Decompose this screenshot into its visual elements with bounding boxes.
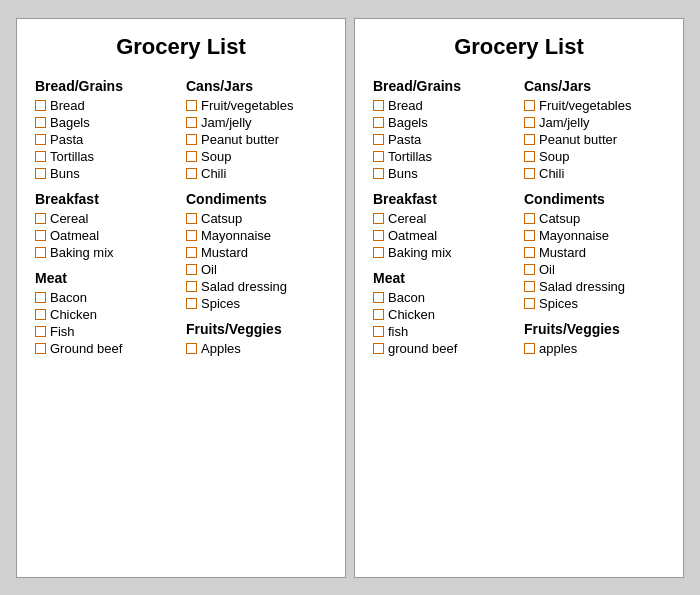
checkbox-icon[interactable] [186,213,197,224]
checkbox-icon[interactable] [524,134,535,145]
list-item[interactable]: Salad dressing [524,279,665,294]
list-item[interactable]: Tortillas [373,149,514,164]
checkbox-icon[interactable] [35,134,46,145]
checkbox-icon[interactable] [524,230,535,241]
list-item[interactable]: Oil [524,262,665,277]
list-item[interactable]: Chili [524,166,665,181]
checkbox-icon[interactable] [524,213,535,224]
list-item[interactable]: Catsup [524,211,665,226]
list-item[interactable]: Chili [186,166,327,181]
list-item[interactable]: Tortillas [35,149,176,164]
list-item[interactable]: Chicken [35,307,176,322]
list-item[interactable]: Apples [186,341,327,356]
list-item[interactable]: Pasta [373,132,514,147]
checkbox-icon[interactable] [373,213,384,224]
checkbox-icon[interactable] [186,298,197,309]
list-item[interactable]: Fruit/vegetables [186,98,327,113]
checkbox-icon[interactable] [524,151,535,162]
list-item[interactable]: Soup [524,149,665,164]
checkbox-icon[interactable] [35,213,46,224]
list-item[interactable]: Jam/jelly [186,115,327,130]
list-item[interactable]: Spices [186,296,327,311]
list-item[interactable]: Cereal [35,211,176,226]
checkbox-icon[interactable] [186,247,197,258]
checkbox-icon[interactable] [373,292,384,303]
list-item[interactable]: ground beef [373,341,514,356]
list-item[interactable]: apples [524,341,665,356]
checkbox-icon[interactable] [35,117,46,128]
list-item[interactable]: Catsup [186,211,327,226]
checkbox-icon[interactable] [373,134,384,145]
checkbox-icon[interactable] [524,117,535,128]
list-item[interactable]: Bread [35,98,176,113]
checkbox-icon[interactable] [524,100,535,111]
checkbox-icon[interactable] [35,292,46,303]
checkbox-icon[interactable] [186,100,197,111]
list-item[interactable]: Mayonnaise [186,228,327,243]
item-label: Bacon [388,290,425,305]
checkbox-icon[interactable] [186,151,197,162]
checkbox-icon[interactable] [373,230,384,241]
checkbox-icon[interactable] [524,281,535,292]
list-item[interactable]: fish [373,324,514,339]
list-item[interactable]: Oatmeal [373,228,514,243]
list-item[interactable]: Oil [186,262,327,277]
list-item[interactable]: Ground beef [35,341,176,356]
list-item[interactable]: Buns [373,166,514,181]
list-item[interactable]: Mustard [524,245,665,260]
list-item[interactable]: Oatmeal [35,228,176,243]
checkbox-icon[interactable] [373,151,384,162]
list-item[interactable]: Buns [35,166,176,181]
checkbox-icon[interactable] [373,100,384,111]
list-item[interactable]: Bagels [373,115,514,130]
checkbox-icon[interactable] [35,168,46,179]
checkbox-icon[interactable] [35,151,46,162]
list-item[interactable]: Spices [524,296,665,311]
checkbox-icon[interactable] [524,247,535,258]
checkbox-icon[interactable] [524,343,535,354]
list-item[interactable]: Jam/jelly [524,115,665,130]
checkbox-icon[interactable] [35,326,46,337]
checkbox-icon[interactable] [186,230,197,241]
item-label: Oatmeal [388,228,437,243]
list-item[interactable]: Pasta [35,132,176,147]
checkbox-icon[interactable] [35,343,46,354]
checkbox-icon[interactable] [35,309,46,320]
list-item[interactable]: Salad dressing [186,279,327,294]
list-item[interactable]: Mustard [186,245,327,260]
list-item[interactable]: Bacon [373,290,514,305]
section-header: Condiments [186,191,327,207]
list-item[interactable]: Baking mix [35,245,176,260]
checkbox-icon[interactable] [373,343,384,354]
checkbox-icon[interactable] [186,281,197,292]
list-item[interactable]: Bacon [35,290,176,305]
list-item[interactable]: Peanut butter [186,132,327,147]
checkbox-icon[interactable] [186,264,197,275]
list-item[interactable]: Bread [373,98,514,113]
list-item[interactable]: Bagels [35,115,176,130]
list-item[interactable]: Mayonnaise [524,228,665,243]
checkbox-icon[interactable] [186,168,197,179]
checkbox-icon[interactable] [373,326,384,337]
checkbox-icon[interactable] [373,117,384,128]
checkbox-icon[interactable] [186,117,197,128]
list-item[interactable]: Fish [35,324,176,339]
checkbox-icon[interactable] [186,134,197,145]
checkbox-icon[interactable] [524,168,535,179]
checkbox-icon[interactable] [524,264,535,275]
list-item[interactable]: Chicken [373,307,514,322]
list-item[interactable]: Soup [186,149,327,164]
checkbox-icon[interactable] [35,230,46,241]
checkbox-icon[interactable] [373,247,384,258]
checkbox-icon[interactable] [35,100,46,111]
checkbox-icon[interactable] [186,343,197,354]
item-label: Mustard [201,245,248,260]
checkbox-icon[interactable] [524,298,535,309]
list-item[interactable]: Fruit/vegetables [524,98,665,113]
list-item[interactable]: Baking mix [373,245,514,260]
checkbox-icon[interactable] [35,247,46,258]
list-item[interactable]: Cereal [373,211,514,226]
checkbox-icon[interactable] [373,168,384,179]
checkbox-icon[interactable] [373,309,384,320]
list-item[interactable]: Peanut butter [524,132,665,147]
